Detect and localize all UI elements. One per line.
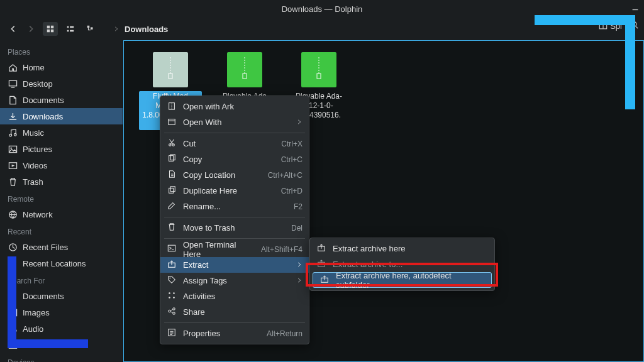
sidebar-section-title: Devices: [0, 353, 123, 362]
annotation-blue-horiz: [8, 339, 88, 348]
menu-item-shortcut: Ctrl+C: [281, 155, 303, 164]
archive-icon: [153, 52, 188, 87]
window-minimize-icon[interactable]: [630, 3, 640, 13]
sidebar-item-network[interactable]: Network: [0, 206, 123, 222]
view-compact-button[interactable]: [63, 22, 78, 36]
menu-item-extract[interactable]: Extract: [160, 257, 309, 273]
annotation-cyan-top: [535, 15, 635, 25]
network-icon: [8, 209, 18, 219]
home-icon: [8, 62, 18, 72]
nav-forward-button[interactable]: [24, 22, 38, 36]
cut-icon: [167, 138, 177, 149]
menu-item-label: Duplicate Here: [183, 186, 237, 195]
menu-item-label: Open with Ark: [183, 102, 234, 111]
menu-item-open-with[interactable]: Open With: [160, 114, 309, 130]
context-menu: Open with ArkOpen WithCutCtrl+XCopyCtrl+…: [160, 96, 309, 344]
sidebar-item-pictures[interactable]: Pictures: [0, 141, 123, 157]
breadcrumb-current[interactable]: Downloads: [125, 25, 168, 34]
dup-icon: [167, 185, 177, 196]
share-icon: [167, 307, 177, 317]
sidebar-item-label: Home: [23, 63, 45, 72]
archive-icon: [301, 52, 336, 87]
menu-item-copy-location[interactable]: Copy LocationCtrl+Alt+C: [160, 167, 309, 183]
sidebar-item-downloads[interactable]: Downloads: [0, 108, 123, 124]
menu-item-label: Open With: [183, 118, 221, 127]
sidebar-item-images[interactable]: Images: [0, 304, 123, 321]
sidebar-item-trash[interactable]: Trash: [0, 173, 123, 190]
view-details-button[interactable]: [83, 22, 98, 36]
menu-separator: [164, 133, 305, 133]
menu-item-copy[interactable]: CopyCtrl+C: [160, 151, 309, 167]
rename-icon: [167, 201, 177, 212]
menu-item-open-with-ark[interactable]: Open with Ark: [160, 99, 309, 114]
sidebar-item-label: Images: [23, 308, 50, 317]
extract-icon: [167, 260, 177, 270]
sidebar-section-title: Search For: [0, 272, 123, 288]
sidebar-item-label: Audio: [23, 324, 43, 334]
sidebar-item-documents[interactable]: Documents: [0, 288, 123, 304]
sidebar-item-music[interactable]: Music: [0, 124, 123, 141]
menu-item-assign-tags[interactable]: Assign Tags: [160, 273, 309, 288]
chevron-right-icon: [296, 260, 303, 270]
download-icon: [8, 111, 18, 121]
submenu-item-extract-archive-here[interactable]: Extract archive here: [310, 241, 494, 256]
menu-item-label: Share: [183, 307, 205, 317]
chevron-right-icon: [296, 118, 303, 127]
menu-item-rename[interactable]: Rename...F2: [160, 199, 309, 214]
menu-item-cut[interactable]: CutCtrl+X: [160, 136, 309, 151]
menu-item-shortcut: F2: [294, 202, 303, 211]
menu-item-label: Activities: [183, 292, 215, 301]
music-icon: [8, 128, 18, 138]
menu-item-shortcut: Ctrl+D: [281, 187, 303, 195]
menu-item-properties[interactable]: PropertiesAlt+Return: [160, 326, 309, 341]
menu-separator: [164, 238, 305, 239]
doc-icon: [8, 95, 18, 105]
menu-item-label: Copy Location: [183, 170, 235, 180]
menu-item-label: Copy: [183, 155, 202, 164]
sidebar-item-label: Desktop: [23, 79, 53, 89]
sidebar-item-label: Videos: [23, 161, 48, 170]
menu-item-move-to-trash[interactable]: Move to TrashDel: [160, 220, 309, 236]
sidebar-item-label: Documents: [23, 96, 64, 105]
annotation-cyan-right: [625, 15, 635, 109]
tag-icon: [167, 275, 177, 286]
submenu-item-label: Extract archive here: [333, 244, 406, 253]
sidebar-section-title: Recent: [0, 222, 123, 239]
sidebar-item-videos[interactable]: Videos: [0, 157, 123, 173]
annotation-blue-vert: [8, 256, 16, 348]
sidebar-item-label: Trash: [23, 177, 43, 187]
sidebar-item-home[interactable]: Home: [0, 59, 123, 75]
view-icons-button[interactable]: [43, 22, 58, 36]
menu-item-label: Move to Trash: [183, 223, 235, 233]
nav-back-button[interactable]: [6, 22, 20, 36]
sidebar-item-audio[interactable]: Audio: [0, 321, 123, 337]
menu-item-shortcut: Alt+Shift+F4: [261, 245, 303, 254]
menu-item-label: Properties: [183, 329, 220, 338]
open-icon: [167, 117, 177, 128]
sidebar-item-label: Recent Files: [23, 243, 68, 252]
sidebar-item-documents[interactable]: Documents: [0, 92, 123, 108]
sidebar-item-desktop[interactable]: Desktop: [0, 75, 123, 92]
menu-item-open-terminal-here[interactable]: Open Terminal HereAlt+Shift+F4: [160, 241, 309, 257]
breadcrumb[interactable]: Downloads: [113, 25, 168, 34]
file-item[interactable]: Playable Ada: [213, 52, 276, 102]
menu-item-shortcut: Ctrl+Alt+C: [268, 171, 303, 180]
sidebar-item-label: Documents: [23, 292, 64, 301]
menu-item-shortcut: Alt+Return: [267, 329, 303, 338]
menu-item-activities[interactable]: Activities: [160, 288, 309, 304]
sidebar-item-recent-files[interactable]: Recent Files: [0, 239, 123, 255]
sidebar-item-label: Music: [23, 128, 44, 138]
menu-item-label: Cut: [183, 139, 196, 148]
menu-item-share[interactable]: Share: [160, 304, 309, 320]
sidebar-item-recent-locations[interactable]: Recent Locations: [0, 255, 123, 272]
window-controls: [630, 3, 640, 13]
sidebar-section-title: Places: [0, 43, 123, 59]
desktop-icon: [8, 79, 18, 89]
menu-item-duplicate-here[interactable]: Duplicate HereCtrl+D: [160, 183, 309, 199]
extract-icon: [316, 243, 326, 254]
sidebar: PlacesHomeDesktopDocumentsDownloadsMusic…: [0, 40, 123, 362]
menu-item-label: Open Terminal Here: [183, 240, 255, 259]
copyloc-icon: [167, 170, 177, 180]
annotation-red-box: [306, 263, 498, 287]
sidebar-item-label: Pictures: [23, 145, 52, 154]
